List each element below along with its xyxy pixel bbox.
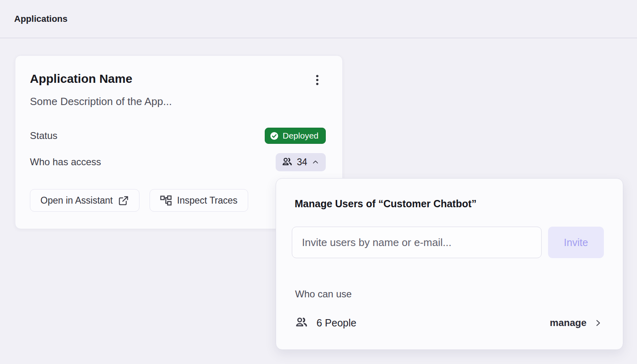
access-count: 34 — [297, 157, 307, 168]
chevron-up-icon — [311, 158, 320, 166]
access-count-button[interactable]: 34 — [276, 153, 326, 171]
people-count: 6 People — [316, 317, 356, 329]
who-can-use-label: Who can use — [295, 288, 352, 300]
manage-button[interactable]: manage — [550, 317, 603, 328]
check-circle-icon — [270, 131, 279, 141]
status-badge: Deployed — [265, 128, 326, 144]
users-icon — [295, 316, 308, 329]
invite-row: Invite — [292, 227, 604, 258]
people-count-group: 6 People — [295, 316, 356, 329]
traces-icon — [160, 195, 172, 206]
manage-users-popover: Manage Users of “Customer Chatbot” Invit… — [276, 178, 623, 350]
people-row: 6 People manage — [295, 314, 603, 331]
external-link-icon — [118, 195, 129, 206]
invite-users-input[interactable] — [292, 227, 542, 258]
users-icon — [282, 157, 293, 168]
application-description: Some Description of the App... — [30, 95, 172, 108]
open-in-assistant-button[interactable]: Open in Assistant — [30, 189, 139, 212]
chevron-right-icon — [593, 318, 603, 328]
page-header: Applications — [0, 0, 637, 38]
invite-button[interactable]: Invite — [548, 227, 604, 258]
kebab-menu-button[interactable] — [309, 71, 325, 89]
kebab-menu-icon — [312, 74, 323, 86]
open-in-assistant-label: Open in Assistant — [40, 195, 113, 206]
application-name: Application Name — [30, 72, 132, 86]
popover-title: Manage Users of “Customer Chatbot” — [295, 198, 477, 210]
inspect-traces-label: Inspect Traces — [177, 195, 238, 206]
status-label: Status — [30, 130, 57, 141]
status-value: Deployed — [283, 131, 318, 141]
status-row: Status Deployed — [30, 128, 326, 144]
manage-label: manage — [550, 317, 586, 328]
card-actions-row: Open in Assistant Inspect Traces — [30, 189, 248, 212]
inspect-traces-button[interactable]: Inspect Traces — [150, 189, 248, 212]
access-label: Who has access — [30, 156, 101, 168]
access-row: Who has access 34 — [30, 153, 326, 171]
page-title: Applications — [14, 14, 67, 24]
